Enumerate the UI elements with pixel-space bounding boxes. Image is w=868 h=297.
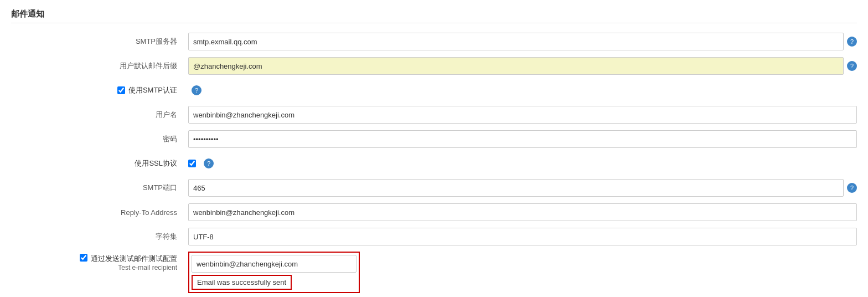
test-email-input[interactable] (192, 255, 356, 273)
ssl-label-col: 使用SSL协议 (11, 158, 188, 168)
smtp-auth-help-icon[interactable]: ? (192, 85, 202, 95)
reply-to-row: Reply-To Address (11, 203, 857, 222)
password-wrapper (188, 130, 857, 148)
ssl-checkbox[interactable] (188, 160, 196, 167)
smtp-auth-row: 使用SMTP认证 ? (11, 81, 857, 100)
smtp-server-label: SMTP服务器 (11, 37, 188, 47)
smtp-server-input-col: ? (188, 33, 857, 50)
password-with-help (188, 130, 857, 148)
smtp-port-with-help: ? (188, 179, 857, 197)
test-email-sub-label: Test e-mail recipient (118, 264, 177, 272)
smtp-port-input-col: ? (188, 179, 857, 197)
reply-to-label: Reply-To Address (11, 208, 188, 217)
smtp-port-row: SMTP端口 ? (11, 178, 857, 197)
charset-with-help (188, 228, 857, 245)
charset-wrapper (188, 228, 857, 245)
test-email-input-col: Email was successfully sent (188, 252, 857, 293)
default-suffix-input[interactable] (188, 57, 844, 75)
reply-to-input-col (188, 203, 857, 221)
reply-to-input[interactable] (188, 203, 857, 221)
smtp-auth-checkbox[interactable] (117, 86, 125, 94)
section-title: 邮件通知 (11, 9, 857, 23)
smtp-port-label: SMTP端口 (11, 183, 188, 193)
test-email-box: Email was successfully sent (188, 252, 360, 293)
smtp-server-row: SMTP服务器 ? (11, 32, 857, 51)
default-suffix-label: 用户默认邮件后缀 (11, 61, 188, 71)
reply-to-with-help (188, 203, 857, 221)
page-container: 邮件通知 SMTP服务器 ? 用户默认邮件后缀 ? (0, 0, 868, 297)
success-message-box: Email was successfully sent (192, 275, 292, 290)
password-row: 密码 (11, 130, 857, 148)
smtp-auth-label: 使用SMTP认证 (128, 85, 177, 95)
charset-input[interactable] (188, 228, 857, 245)
default-suffix-with-help: ? (188, 57, 857, 75)
smtp-server-with-help: ? (188, 33, 857, 50)
test-email-section: 通过发送测试邮件测试配置 Test e-mail recipient Email… (11, 252, 857, 293)
username-label: 用户名 (11, 110, 188, 120)
ssl-row: 使用SSL协议 ? (11, 154, 857, 173)
smtp-auth-help-col: ? (188, 85, 857, 95)
password-input-col (188, 130, 857, 148)
reply-to-wrapper (188, 203, 857, 221)
success-message: Email was successfully sent (197, 278, 286, 286)
test-email-checkbox-label: 通过发送测试邮件测试配置 (91, 254, 177, 264)
username-input[interactable] (188, 106, 857, 124)
test-email-checkbox[interactable] (80, 254, 87, 262)
password-label: 密码 (11, 134, 188, 144)
username-row: 用户名 (11, 105, 857, 124)
default-suffix-input-col: ? (188, 57, 857, 75)
default-suffix-wrapper (188, 57, 844, 75)
charset-input-col (188, 228, 857, 245)
ssl-label: 使用SSL协议 (135, 158, 177, 168)
smtp-server-wrapper (188, 33, 844, 50)
password-input[interactable] (188, 130, 857, 148)
ssl-input-col: ? (188, 158, 857, 168)
default-suffix-help-icon[interactable]: ? (847, 61, 857, 71)
charset-row: 字符集 (11, 227, 857, 246)
smtp-server-help-icon[interactable]: ? (847, 37, 857, 47)
charset-label: 字符集 (11, 232, 188, 242)
smtp-port-input[interactable] (188, 179, 844, 197)
username-wrapper (188, 106, 857, 124)
test-email-label-col: 通过发送测试邮件测试配置 Test e-mail recipient (11, 252, 188, 272)
smtp-auth-label-col: 使用SMTP认证 (11, 85, 188, 95)
smtp-port-help-icon[interactable]: ? (847, 183, 857, 193)
smtp-server-input[interactable] (188, 33, 844, 50)
ssl-help-icon[interactable]: ? (204, 158, 214, 168)
default-suffix-row: 用户默认邮件后缀 ? (11, 57, 857, 75)
username-input-col (188, 106, 857, 124)
username-with-help (188, 106, 857, 124)
smtp-port-wrapper (188, 179, 844, 197)
